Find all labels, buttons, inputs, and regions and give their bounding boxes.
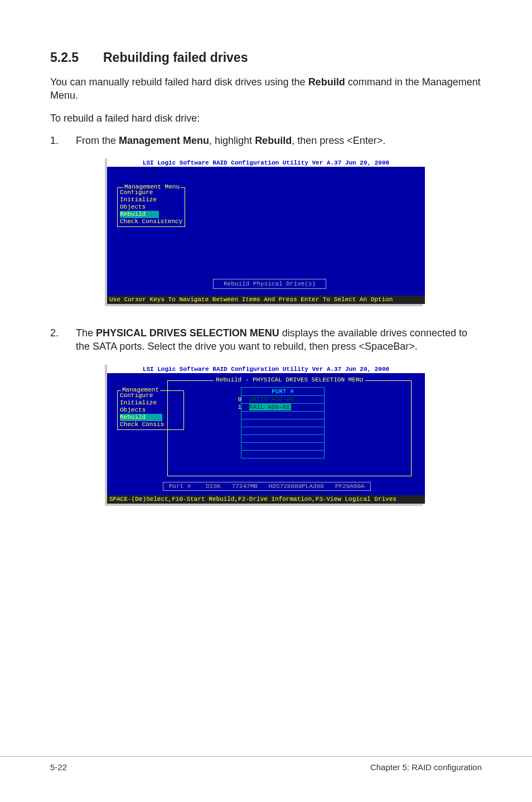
- drive-info-disk: DISK: [202, 483, 221, 490]
- management-menu-truncated: Management Configure Initialize Objects …: [117, 390, 184, 430]
- section-title: Rebuilding failed drives: [103, 50, 248, 65]
- page-footer: 5-22 Chapter 5: RAID configuration: [0, 756, 532, 772]
- port-row-7[interactable]: [241, 450, 324, 458]
- bios-screenshot-1: LSI Logic Software RAID Configuration Ut…: [107, 158, 425, 304]
- port-row-2[interactable]: [241, 411, 324, 419]
- step2-bold1: PHYSICAL DRIVES SELECTION MENU: [96, 327, 279, 339]
- drive-info-port: Port #: [169, 483, 191, 490]
- step1-bold1: Management Menu: [119, 135, 209, 146]
- rebuild-physical-box: Rebuild Physical Drive(s): [213, 279, 326, 289]
- menu-objects[interactable]: Objects: [120, 204, 182, 211]
- intro-paragraph: You can manually rebuild failed hard dis…: [50, 75, 482, 103]
- step-1: 1. From the Management Menu, highlight R…: [50, 134, 482, 147]
- step1-frag3: , then press <Enter>.: [292, 135, 385, 146]
- port-table-header: PORT #: [241, 388, 324, 395]
- step1-bold2: Rebuild: [255, 135, 292, 146]
- drive-info-bar: Port # DISK77247MBHDS728080PLA380PF20A60…: [163, 482, 371, 491]
- step-1-number: 1.: [50, 134, 76, 147]
- drive-info-model: HDS728080PLA380: [269, 483, 324, 490]
- port-row-5[interactable]: [241, 434, 324, 442]
- menu2-check-consis[interactable]: Check Consis: [120, 421, 181, 428]
- bios-screenshot-2: LSI Logic Software RAID Configuration Ut…: [107, 365, 425, 504]
- bios2-hintbar: SPACE-(De)Select,F10-Start Rebuild,F2-Dr…: [107, 495, 425, 504]
- port-row-0[interactable]: 0 ONLIN A00-00: [241, 395, 324, 403]
- port1-index: 1: [236, 404, 241, 411]
- lead-paragraph: To rebuild a failed hard disk drive:: [50, 112, 482, 125]
- selection-panel-legend: Rebuild - PHYSICAL DRIVES SELECTION MENU: [214, 376, 365, 383]
- drive-info-size: 77247MB: [232, 483, 258, 490]
- bios1-hintbar: Use Cursor Keys To Navigate Between Item…: [107, 296, 425, 304]
- management-menu: Management Menu Configure Initialize Obj…: [117, 187, 185, 227]
- port-row-4[interactable]: [241, 427, 324, 434]
- menu-rebuild[interactable]: Rebuild: [120, 211, 159, 218]
- step-1-body: From the Management Menu, highlight Rebu…: [76, 134, 482, 147]
- section-number: 5.2.5: [50, 50, 103, 65]
- port1-value: FAIL A00-01: [249, 404, 291, 410]
- management-menu-legend: Management Menu: [123, 183, 181, 190]
- menu-initialize[interactable]: Initialize: [120, 196, 182, 204]
- step1-frag1: From the: [76, 135, 119, 146]
- section-heading: 5.2.5Rebuilding failed drives: [50, 50, 482, 65]
- port0-index: 0: [236, 396, 241, 403]
- page-number: 5-22: [50, 762, 67, 772]
- bios2-titlebar: LSI Logic Software RAID Configuration Ut…: [107, 365, 425, 374]
- menu2-initialize[interactable]: Initialize: [120, 399, 181, 407]
- port0-value: ONLIN A00-00: [249, 396, 293, 403]
- step-2: 2. The PHYSICAL DRIVES SELECTION MENU di…: [50, 326, 482, 354]
- step1-frag2: , highlight: [209, 135, 255, 146]
- step-2-body: The PHYSICAL DRIVES SELECTION MENU displ…: [76, 326, 482, 354]
- menu-check-consistency[interactable]: Check Consistency: [120, 218, 182, 225]
- bios1-titlebar: LSI Logic Software RAID Configuration Ut…: [107, 158, 425, 167]
- port-row-3[interactable]: [241, 419, 324, 427]
- port-table: PORT # 0 ONLIN A00-00 1 FAIL A00-01: [241, 387, 325, 458]
- port-row-6[interactable]: [241, 442, 324, 450]
- intro-pre: You can manually rebuild failed hard dis…: [50, 76, 308, 88]
- port-row-1[interactable]: 1 FAIL A00-01: [241, 403, 324, 411]
- step2-frag1: The: [76, 327, 96, 339]
- management-menu-trunc-legend: Management: [121, 386, 160, 393]
- drive-info-fw: PF20A60A: [335, 483, 365, 490]
- menu2-objects[interactable]: Objects: [120, 407, 181, 414]
- intro-bold: Rebuild: [308, 76, 345, 88]
- chapter-label: Chapter 5: RAID configuration: [370, 762, 482, 772]
- step-2-number: 2.: [50, 326, 76, 354]
- menu2-rebuild[interactable]: Rebuild: [120, 414, 162, 421]
